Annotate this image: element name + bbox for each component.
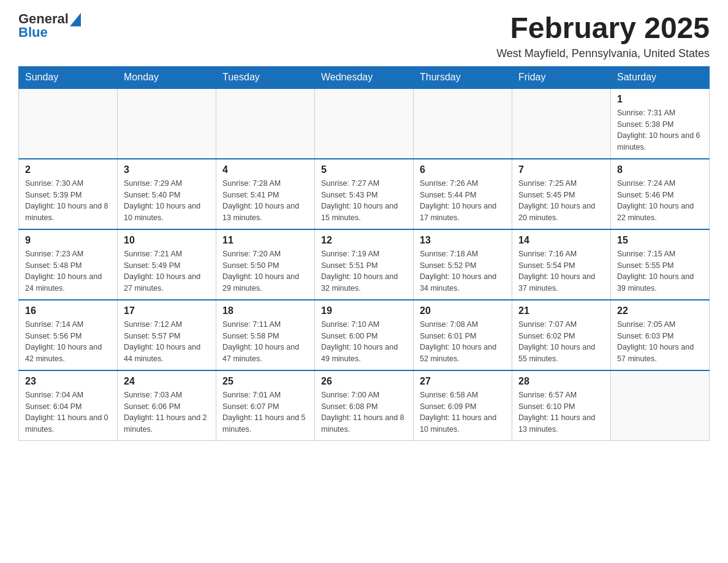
calendar-header-wednesday: Wednesday	[315, 66, 414, 88]
calendar-cell: 25Sunrise: 7:01 AMSunset: 6:07 PMDayligh…	[216, 370, 315, 441]
calendar-cell: 26Sunrise: 7:00 AMSunset: 6:08 PMDayligh…	[315, 370, 414, 441]
calendar-cell	[512, 88, 611, 159]
calendar-cell: 8Sunrise: 7:24 AMSunset: 5:46 PMDaylight…	[611, 159, 710, 229]
day-info: Sunrise: 7:07 AMSunset: 6:02 PMDaylight:…	[518, 319, 604, 365]
calendar-cell: 23Sunrise: 7:04 AMSunset: 6:04 PMDayligh…	[19, 370, 118, 441]
day-info: Sunrise: 7:14 AMSunset: 5:56 PMDaylight:…	[25, 319, 111, 365]
day-info: Sunrise: 7:10 AMSunset: 6:00 PMDaylight:…	[321, 319, 407, 365]
calendar-cell: 2Sunrise: 7:30 AMSunset: 5:39 PMDaylight…	[19, 159, 118, 229]
calendar-cell: 20Sunrise: 7:08 AMSunset: 6:01 PMDayligh…	[414, 300, 512, 370]
day-info: Sunrise: 7:29 AMSunset: 5:40 PMDaylight:…	[124, 178, 210, 224]
calendar-header-thursday: Thursday	[414, 66, 512, 88]
day-number: 10	[124, 235, 210, 246]
day-info: Sunrise: 7:27 AMSunset: 5:43 PMDaylight:…	[321, 178, 407, 224]
day-number: 16	[25, 305, 111, 316]
day-info: Sunrise: 7:04 AMSunset: 6:04 PMDaylight:…	[25, 389, 111, 435]
calendar-cell: 16Sunrise: 7:14 AMSunset: 5:56 PMDayligh…	[19, 300, 118, 370]
calendar-week-row: 1Sunrise: 7:31 AMSunset: 5:38 PMDaylight…	[19, 88, 710, 159]
day-info: Sunrise: 7:12 AMSunset: 5:57 PMDaylight:…	[124, 319, 210, 365]
calendar-header-sunday: Sunday	[19, 66, 118, 88]
day-number: 3	[124, 164, 210, 175]
day-info: Sunrise: 7:21 AMSunset: 5:49 PMDaylight:…	[124, 248, 210, 294]
day-number: 1	[617, 94, 703, 105]
day-number: 6	[420, 164, 506, 175]
calendar-week-row: 9Sunrise: 7:23 AMSunset: 5:48 PMDaylight…	[19, 229, 710, 300]
day-number: 19	[321, 305, 407, 316]
calendar-cell	[216, 88, 315, 159]
day-info: Sunrise: 7:03 AMSunset: 6:06 PMDaylight:…	[124, 389, 210, 435]
day-info: Sunrise: 7:25 AMSunset: 5:45 PMDaylight:…	[518, 178, 604, 224]
day-number: 27	[420, 376, 506, 387]
day-info: Sunrise: 7:28 AMSunset: 5:41 PMDaylight:…	[222, 178, 308, 224]
day-number: 13	[420, 235, 506, 246]
calendar-cell: 21Sunrise: 7:07 AMSunset: 6:02 PMDayligh…	[512, 300, 611, 370]
calendar-cell	[118, 88, 216, 159]
day-number: 24	[124, 376, 210, 387]
calendar-header-tuesday: Tuesday	[216, 66, 315, 88]
calendar-cell: 1Sunrise: 7:31 AMSunset: 5:38 PMDaylight…	[611, 88, 710, 159]
calendar-cell: 13Sunrise: 7:18 AMSunset: 5:52 PMDayligh…	[414, 229, 512, 300]
day-number: 17	[124, 305, 210, 316]
calendar-header-row: SundayMondayTuesdayWednesdayThursdayFrid…	[19, 66, 710, 88]
calendar-header-friday: Friday	[512, 66, 611, 88]
day-number: 20	[420, 305, 506, 316]
calendar-cell: 19Sunrise: 7:10 AMSunset: 6:00 PMDayligh…	[315, 300, 414, 370]
day-number: 8	[617, 164, 703, 175]
logo: General Blue	[18, 12, 81, 39]
day-info: Sunrise: 7:31 AMSunset: 5:38 PMDaylight:…	[617, 107, 703, 153]
day-number: 11	[222, 235, 308, 246]
calendar-title: February 2025	[496, 12, 710, 45]
day-number: 26	[321, 376, 407, 387]
day-number: 28	[518, 376, 604, 387]
calendar-cell: 27Sunrise: 6:58 AMSunset: 6:09 PMDayligh…	[414, 370, 512, 441]
calendar-cell	[414, 88, 512, 159]
day-number: 4	[222, 164, 308, 175]
day-number: 9	[25, 235, 111, 246]
calendar-cell: 3Sunrise: 7:29 AMSunset: 5:40 PMDaylight…	[118, 159, 216, 229]
calendar-cell: 14Sunrise: 7:16 AMSunset: 5:54 PMDayligh…	[512, 229, 611, 300]
day-number: 14	[518, 235, 604, 246]
day-info: Sunrise: 7:16 AMSunset: 5:54 PMDaylight:…	[518, 248, 604, 294]
calendar-cell: 9Sunrise: 7:23 AMSunset: 5:48 PMDaylight…	[19, 229, 118, 300]
day-info: Sunrise: 7:23 AMSunset: 5:48 PMDaylight:…	[25, 248, 111, 294]
calendar-cell: 24Sunrise: 7:03 AMSunset: 6:06 PMDayligh…	[118, 370, 216, 441]
day-info: Sunrise: 7:24 AMSunset: 5:46 PMDaylight:…	[617, 178, 703, 224]
day-info: Sunrise: 7:08 AMSunset: 6:01 PMDaylight:…	[420, 319, 506, 365]
calendar-cell: 5Sunrise: 7:27 AMSunset: 5:43 PMDaylight…	[315, 159, 414, 229]
calendar-cell: 10Sunrise: 7:21 AMSunset: 5:49 PMDayligh…	[118, 229, 216, 300]
calendar-cell: 15Sunrise: 7:15 AMSunset: 5:55 PMDayligh…	[611, 229, 710, 300]
calendar-cell: 28Sunrise: 6:57 AMSunset: 6:10 PMDayligh…	[512, 370, 611, 441]
day-info: Sunrise: 6:57 AMSunset: 6:10 PMDaylight:…	[518, 389, 604, 435]
calendar-cell: 11Sunrise: 7:20 AMSunset: 5:50 PMDayligh…	[216, 229, 315, 300]
day-info: Sunrise: 7:00 AMSunset: 6:08 PMDaylight:…	[321, 389, 407, 435]
day-info: Sunrise: 7:20 AMSunset: 5:50 PMDaylight:…	[222, 248, 308, 294]
day-info: Sunrise: 7:30 AMSunset: 5:39 PMDaylight:…	[25, 178, 111, 224]
day-number: 5	[321, 164, 407, 175]
calendar-week-row: 23Sunrise: 7:04 AMSunset: 6:04 PMDayligh…	[19, 370, 710, 441]
day-info: Sunrise: 6:58 AMSunset: 6:09 PMDaylight:…	[420, 389, 506, 435]
calendar-cell: 6Sunrise: 7:26 AMSunset: 5:44 PMDaylight…	[414, 159, 512, 229]
day-number: 22	[617, 305, 703, 316]
calendar-table: SundayMondayTuesdayWednesdayThursdayFrid…	[18, 66, 710, 441]
calendar-cell	[19, 88, 118, 159]
calendar-header-saturday: Saturday	[611, 66, 710, 88]
day-info: Sunrise: 7:18 AMSunset: 5:52 PMDaylight:…	[420, 248, 506, 294]
day-number: 15	[617, 235, 703, 246]
day-number: 12	[321, 235, 407, 246]
day-number: 23	[25, 376, 111, 387]
calendar-cell: 12Sunrise: 7:19 AMSunset: 5:51 PMDayligh…	[315, 229, 414, 300]
calendar-cell	[315, 88, 414, 159]
day-number: 21	[518, 305, 604, 316]
page-header: General Blue February 2025 West Mayfield…	[18, 12, 710, 60]
day-number: 25	[222, 376, 308, 387]
day-info: Sunrise: 7:19 AMSunset: 5:51 PMDaylight:…	[321, 248, 407, 294]
calendar-cell	[611, 370, 710, 441]
day-info: Sunrise: 7:11 AMSunset: 5:58 PMDaylight:…	[222, 319, 308, 365]
day-info: Sunrise: 7:15 AMSunset: 5:55 PMDaylight:…	[617, 248, 703, 294]
day-number: 7	[518, 164, 604, 175]
calendar-cell: 7Sunrise: 7:25 AMSunset: 5:45 PMDaylight…	[512, 159, 611, 229]
calendar-cell: 4Sunrise: 7:28 AMSunset: 5:41 PMDaylight…	[216, 159, 315, 229]
calendar-week-row: 2Sunrise: 7:30 AMSunset: 5:39 PMDaylight…	[19, 159, 710, 229]
day-info: Sunrise: 7:01 AMSunset: 6:07 PMDaylight:…	[222, 389, 308, 435]
day-number: 2	[25, 164, 111, 175]
